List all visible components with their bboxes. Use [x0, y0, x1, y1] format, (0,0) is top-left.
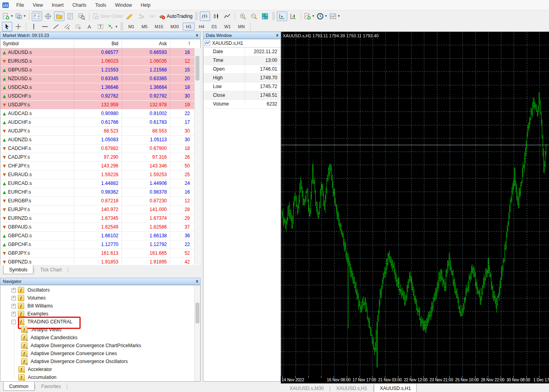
timeframe-m1-button[interactable]: M1: [125, 23, 137, 31]
market-watch-row[interactable]: GBPAUD.s1.825491.8258637: [0, 223, 200, 232]
market-watch-row[interactable]: EURGBP.s0.872180.8723012: [0, 197, 200, 206]
cursor-button[interactable]: [2, 22, 12, 31]
column-header-symbol[interactable]: Symbol: [0, 39, 74, 48]
toolbar-grip[interactable]: [120, 23, 123, 31]
equidistant-channel-button[interactable]: E: [62, 22, 72, 31]
tree-item-adaptive-candlesticks[interactable]: fAdaptive Candlesticks: [21, 334, 77, 342]
collapse-icon[interactable]: -: [12, 320, 16, 324]
market-watch-row[interactable]: CADJPY.s97.29097.31626: [0, 153, 200, 162]
menu-charts[interactable]: Charts: [68, 1, 91, 10]
tree-item-examples[interactable]: +fExamples: [12, 310, 48, 318]
chart-window[interactable]: [281, 32, 549, 376]
arrows-button[interactable]: ▼: [106, 22, 118, 31]
chart-shift-button[interactable]: [288, 12, 298, 21]
market-watch-toggle-button[interactable]: [32, 12, 42, 21]
news-button[interactable]: [147, 12, 157, 21]
tab-tick-chart[interactable]: Tick Chart: [35, 266, 67, 274]
market-watch-row[interactable]: EURUSD.s1.060231.0603512: [0, 57, 200, 66]
toolbar-grip[interactable]: [195, 12, 198, 20]
chevron-down-icon[interactable]: ▼: [325, 14, 328, 18]
timeframe-d1-button[interactable]: D1: [208, 23, 220, 31]
navigator-scrollbar[interactable]: [194, 285, 201, 382]
timeframe-m5-button[interactable]: M5: [138, 23, 151, 31]
periods-button[interactable]: ▼: [316, 12, 328, 21]
scrollbar-thumb[interactable]: [195, 303, 199, 323]
tree-item-trading-central[interactable]: -fTRADING CENTRAL: [12, 318, 72, 326]
expand-icon[interactable]: +: [12, 288, 16, 292]
menu-window[interactable]: Window: [111, 1, 137, 10]
chart-tab-1[interactable]: XAUUSD.s,H1: [331, 384, 373, 392]
market-watch-row[interactable]: AUDUSD.s0.665770.6659316: [0, 48, 200, 57]
column-header-bid[interactable]: Bid: [74, 39, 122, 48]
tab-favorites[interactable]: Favorites: [36, 382, 66, 390]
templates-button[interactable]: ▼: [329, 12, 341, 21]
market-watch-row[interactable]: AUDCHF.s0.617660.6178317: [0, 118, 200, 127]
market-watch-row[interactable]: CADCHF.s0.678820.6790018: [0, 144, 200, 153]
timeframe-h4-button[interactable]: H4: [195, 23, 207, 31]
market-watch-row[interactable]: USDCHF.s0.927620.9279230: [0, 92, 200, 101]
autotrading-button[interactable]: AutoTrading: [158, 12, 193, 21]
expand-icon[interactable]: +: [12, 312, 16, 316]
market-watch-row[interactable]: GBPUSD.s1.215531.2156815: [0, 66, 200, 75]
chart-candles-button[interactable]: [211, 12, 221, 21]
experts-button[interactable]: [136, 12, 146, 21]
auto-scroll-button[interactable]: [277, 12, 287, 21]
crosshair-button[interactable]: [13, 22, 23, 31]
indicators-button[interactable]: ▼: [303, 12, 315, 21]
expand-icon[interactable]: +: [12, 304, 16, 308]
horizontal-line-button[interactable]: [40, 22, 50, 31]
market-watch-close-icon[interactable]: x: [196, 33, 198, 37]
tree-item-adaptive-divergence-convergence-oscillators[interactable]: fAdaptive Divergence Convergence Oscilla…: [21, 357, 128, 365]
tree-item-adaptive-divergence-convergence-lines[interactable]: fAdaptive Divergence Convergence Lines: [21, 350, 117, 357]
fibonacci-button[interactable]: F: [73, 22, 83, 31]
tree-item-volumes[interactable]: +fVolumes: [12, 294, 46, 302]
menu-view[interactable]: View: [28, 1, 47, 10]
market-watch-row[interactable]: GBPJPY.s161.613161.66552: [0, 249, 200, 258]
chevron-down-icon[interactable]: ▼: [312, 14, 315, 18]
tree-item-adaptive-divergence-convergence-chartpricemarks[interactable]: fAdaptive Divergence Convergence ChartPr…: [21, 342, 141, 350]
strategy-tester-toggle-button[interactable]: [76, 12, 87, 21]
tree-item-accumulation[interactable]: fAccumulation: [18, 373, 56, 381]
trendline-button[interactable]: [51, 22, 61, 31]
timeframe-m30-button[interactable]: M30: [167, 23, 182, 31]
data-window-toggle-button[interactable]: [43, 12, 53, 21]
navigator-toggle-button[interactable]: [54, 12, 64, 21]
menu-tools[interactable]: Tools: [91, 1, 111, 10]
chevron-down-icon[interactable]: ▼: [10, 14, 14, 18]
market-watch-row[interactable]: NZDUSD.s0.633450.6336520: [0, 75, 200, 83]
market-watch-row[interactable]: USDJPY.s132.959132.97819: [0, 101, 200, 110]
market-watch-row[interactable]: AUDCAD.s0.909800.9100222: [0, 110, 200, 118]
terminal-toggle-button[interactable]: [65, 12, 75, 21]
chart-line-button[interactable]: [222, 12, 232, 21]
market-watch-row[interactable]: EURNZD.s1.673451.6737429: [0, 214, 200, 223]
market-watch-row[interactable]: EURAUD.s1.592281.5925325: [0, 171, 200, 179]
text-label-button[interactable]: T: [95, 22, 106, 31]
market-watch-row[interactable]: CHFJPY.s143.296143.34650: [0, 162, 200, 171]
toolbar-grip[interactable]: [272, 12, 275, 20]
menu-file[interactable]: File: [12, 1, 28, 10]
market-watch-row[interactable]: EURJPY.s140.972141.00028: [0, 206, 200, 214]
text-button[interactable]: A: [84, 22, 95, 31]
data-window-close-icon[interactable]: x: [276, 33, 278, 37]
chevron-down-icon[interactable]: ▼: [23, 14, 26, 18]
chart-tab-0[interactable]: XAUUSD.s,M30: [284, 384, 329, 392]
tree-item-bill-williams[interactable]: +fBill Williams: [12, 302, 53, 310]
market-watch-scrollbar[interactable]: [194, 48, 201, 265]
timeframe-m15-button[interactable]: M15: [151, 23, 166, 31]
metaeditor-button[interactable]: [125, 12, 135, 21]
market-watch-row[interactable]: GBPCAD.s1.661021.6613836: [0, 232, 200, 240]
chart-time-axis[interactable]: 14 Nov 202216 Nov 08:0017 Nov 17:0021 No…: [281, 376, 549, 383]
timeframe-w1-button[interactable]: W1: [221, 23, 234, 31]
tile-windows-button[interactable]: [260, 12, 270, 21]
tree-item-analyst-views[interactable]: f.Analyst Views: [21, 326, 62, 334]
chevron-down-icon[interactable]: ▼: [337, 14, 340, 18]
market-watch-row[interactable]: EURCHF.s0.983620.9837816: [0, 188, 200, 197]
market-watch-row[interactable]: AUDJPY.s88.52388.55330: [0, 127, 200, 136]
scrollbar-thumb[interactable]: [195, 56, 199, 81]
market-watch-row[interactable]: AUDNZD.s1.050831.0511330: [0, 136, 200, 144]
chart-canvas[interactable]: [281, 32, 549, 376]
menu-help[interactable]: Help: [136, 1, 155, 10]
tab-common[interactable]: Common: [3, 382, 35, 391]
chart-tab-2[interactable]: XAUUSD.s,H1: [374, 384, 417, 392]
tab-symbols[interactable]: Symbols: [3, 265, 33, 274]
